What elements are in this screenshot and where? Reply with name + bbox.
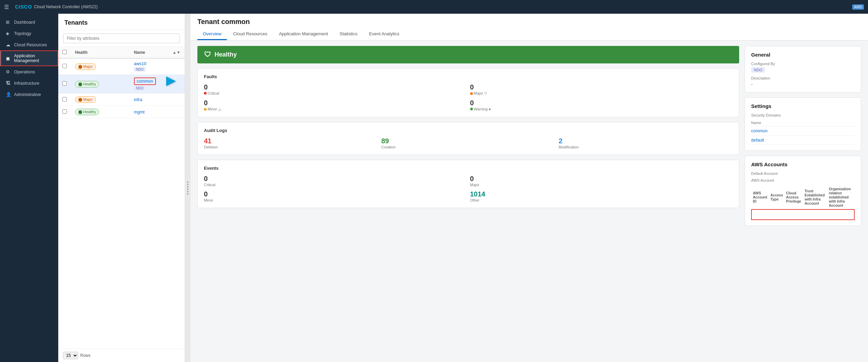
event-critical-count: 0 (204, 175, 467, 183)
audit-logs-card: Audit Logs 41 Deletion 89 Creation (197, 122, 739, 155)
tab-event-analytics[interactable]: Event Analytics (364, 28, 405, 40)
sidebar-item-cloud-resources[interactable]: ☁ Cloud Resources (0, 39, 58, 50)
audit-deletion: 41 Deletion (204, 137, 378, 149)
tab-statistics[interactable]: Statistics (334, 28, 363, 40)
tenants-filter-bar (58, 30, 185, 47)
sidebar-label-topology: Topology (14, 31, 31, 36)
fault-major: 0 Major ▽ (470, 83, 733, 96)
settings-card: Settings Security Domains Name common (745, 97, 861, 151)
event-other-count: 1014 (470, 190, 733, 198)
row-checkbox[interactable] (62, 64, 67, 68)
tenant-name-link[interactable]: infra (134, 97, 142, 102)
event-minor: 0 Minor (204, 190, 467, 202)
event-major-label: Major (470, 183, 733, 187)
events-grid: 0 Critical 0 Major 0 Minor (204, 175, 733, 202)
select-all-checkbox[interactable] (62, 50, 67, 54)
detail-content: 🛡 Healthy Faults 0 Critical (191, 40, 868, 362)
sidebar-item-topology[interactable]: ◈ Topology (0, 28, 58, 39)
event-minor-label: Minor (204, 198, 467, 202)
events-title: Events (204, 166, 733, 171)
shield-icon: 🛡 (204, 51, 211, 59)
fault-minor-label: Minor △ (204, 107, 467, 111)
env-badge: AWS (852, 4, 864, 10)
row-checkbox[interactable] (62, 109, 67, 114)
table-row[interactable]: ⬤ Major infra (58, 94, 185, 106)
row-checkbox[interactable] (62, 97, 67, 101)
fault-warning: 0 Warning ● (470, 99, 733, 111)
hamburger-menu[interactable]: ☰ (4, 4, 9, 10)
sidebar-label-operations: Operations (14, 70, 35, 74)
sidebar-item-operations[interactable]: ⚙ Operations (0, 66, 58, 77)
events-card: Events 0 Critical 0 Major 0 (197, 160, 739, 208)
aws-account-label: AWS Account (751, 178, 855, 182)
filter-input[interactable] (63, 34, 180, 43)
tenant-name-link-common[interactable]: common (137, 79, 153, 84)
major-dot (470, 92, 473, 95)
minor-dot (204, 108, 207, 111)
detail-right-column: General Configured By NDO Description - … (745, 46, 861, 357)
warning-dot (470, 108, 473, 110)
security-domains-label: Security Domains (751, 113, 855, 117)
event-critical-label: Critical (204, 183, 467, 187)
rows-per-page-select[interactable]: 15 25 50 (63, 352, 78, 359)
critical-dot (204, 92, 207, 95)
fault-minor-count: 0 (204, 99, 467, 107)
sidebar-item-dashboard[interactable]: ⊞ Dashboard (0, 16, 58, 28)
collapse-handle[interactable] (185, 14, 191, 362)
security-domain-row: default (751, 136, 855, 145)
deletion-count: 41 (204, 137, 378, 145)
sidebar-item-infrastructure[interactable]: 🏗 Infrastructure (0, 77, 58, 89)
sidebar: ⊞ Dashboard ◈ Topology ☁ Cloud Resources… (0, 14, 58, 362)
content-area: Tenants Health Name ▲▼ (58, 14, 868, 362)
name-filter-icon[interactable]: ▲▼ (172, 50, 181, 55)
deletion-label: Deletion (204, 145, 378, 149)
aws-col-trust: Trust Established with Infra Account (803, 185, 828, 209)
sidebar-label-dashboard: Dashboard (14, 20, 35, 25)
fault-critical-label: Critical (204, 91, 467, 95)
modification-label: Modification (559, 145, 733, 149)
tab-cloud-resources[interactable]: Cloud Resources (228, 28, 273, 40)
audit-grid: 41 Deletion 89 Creation 2 Modification (204, 137, 733, 149)
collapse-dot (187, 184, 188, 185)
collapse-dot (187, 186, 188, 188)
tenant-name-cell: mgmt (134, 110, 181, 114)
faults-grid: 0 Critical 0 Major ▽ (204, 83, 733, 111)
creation-label: Creation (381, 145, 555, 149)
tab-application-management[interactable]: Application Management (273, 28, 333, 40)
sidebar-label-cloud: Cloud Resources (14, 43, 47, 47)
table-row[interactable]: ⬤ Healthy mgmt (58, 106, 185, 118)
admin-icon: 👤 (6, 92, 11, 97)
configured-by-label: Configured By (751, 62, 855, 66)
aws-col-access: Access Type (769, 185, 785, 209)
operations-icon: ⚙ (6, 69, 11, 74)
security-domain-common-link[interactable]: common (751, 129, 768, 133)
tenant-name-link[interactable]: mgmt (134, 110, 145, 114)
tenant-name-link[interactable]: aws10 (134, 61, 146, 66)
tab-overview[interactable]: Overview (197, 28, 227, 40)
event-other-label: Other (470, 198, 733, 202)
detail-tabs: Overview Cloud Resources Application Man… (197, 28, 861, 40)
general-card: General Configured By NDO Description - (745, 46, 861, 93)
faults-title: Faults (204, 74, 733, 79)
sidebar-item-administrative[interactable]: 👤 Administrative (0, 89, 58, 100)
health-badge: ⬤ Healthy (75, 109, 99, 115)
collapse-dot (187, 193, 188, 195)
health-col-header: Health (71, 47, 130, 58)
detail-left-column: 🛡 Healthy Faults 0 Critical (197, 46, 739, 357)
security-domain-default-link[interactable]: default (751, 138, 764, 143)
health-badge: ⬤ Healthy (75, 81, 99, 87)
ndo-badge-common: NDO (134, 86, 146, 90)
modification-count: 2 (559, 137, 733, 145)
fault-critical: 0 Critical (204, 83, 467, 96)
row-checkbox[interactable] (62, 81, 67, 86)
collapse-dot (187, 181, 188, 183)
table-row[interactable]: ⬤ Healthy common (58, 75, 185, 94)
sidebar-label-admin: Administrative (14, 92, 41, 97)
infra-icon: 🏗 (6, 81, 11, 86)
sidebar-item-application-management[interactable]: ▣ Application Management (0, 50, 58, 66)
table-row[interactable]: ⬤ Major aws10 NDO (58, 58, 185, 75)
security-domain-row: common (751, 126, 855, 136)
tenants-title: Tenants (58, 14, 185, 30)
logo: CISCO Cloud Network Controller (AWS22) (15, 4, 98, 10)
aws-account-empty-row (751, 209, 854, 220)
